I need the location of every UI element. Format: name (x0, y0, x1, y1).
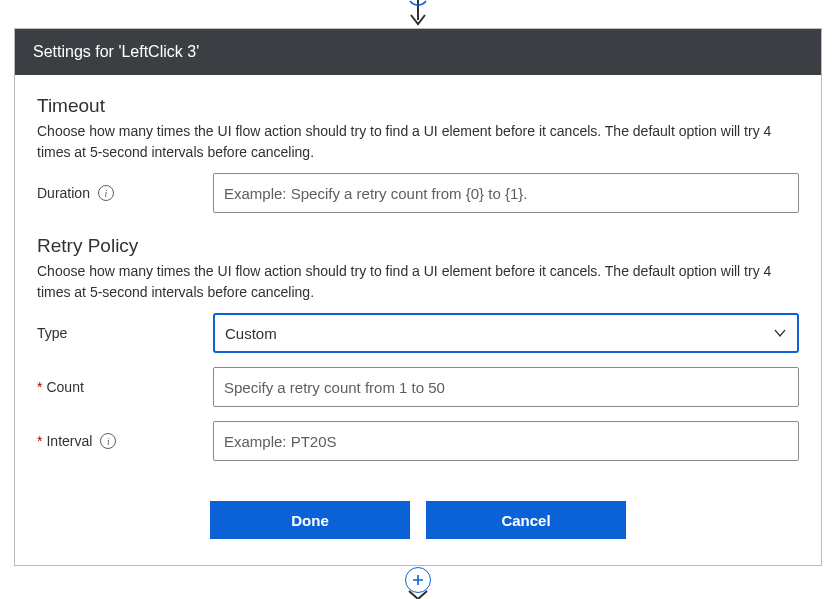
retry-section: Retry Policy Choose how many times the U… (37, 235, 799, 461)
info-icon[interactable]: i (98, 185, 114, 201)
interval-label: * Interval i (37, 433, 213, 449)
type-select[interactable]: Custom (213, 313, 799, 353)
duration-input[interactable] (213, 173, 799, 213)
done-button[interactable]: Done (210, 501, 410, 539)
interval-label-text: Interval (46, 433, 92, 449)
duration-label-text: Duration (37, 185, 90, 201)
info-icon[interactable]: i (100, 433, 116, 449)
retry-heading: Retry Policy (37, 235, 799, 257)
cancel-button[interactable]: Cancel (426, 501, 626, 539)
panel-header: Settings for 'LeftClick 3' (15, 29, 821, 75)
flow-arrow-bottom (403, 585, 433, 599)
type-select-value: Custom (225, 325, 277, 342)
required-mark: * (37, 379, 42, 395)
timeout-section: Timeout Choose how many times the UI flo… (37, 95, 799, 213)
timeout-heading: Timeout (37, 95, 799, 117)
count-label: * Count (37, 379, 213, 395)
panel-body: Timeout Choose how many times the UI flo… (15, 75, 821, 565)
timeout-description: Choose how many times the UI flow action… (37, 121, 799, 163)
count-input[interactable] (213, 367, 799, 407)
required-mark: * (37, 433, 42, 449)
panel-title: Settings for 'LeftClick 3' (33, 43, 199, 60)
interval-input[interactable] (213, 421, 799, 461)
button-row: Done Cancel (37, 501, 799, 539)
flow-arrow-top (403, 0, 433, 28)
type-label: Type (37, 325, 213, 341)
type-label-text: Type (37, 325, 67, 341)
retry-description: Choose how many times the UI flow action… (37, 261, 799, 303)
settings-panel: Settings for 'LeftClick 3' Timeout Choos… (14, 28, 822, 566)
duration-label: Duration i (37, 185, 213, 201)
chevron-down-icon (773, 326, 787, 340)
count-label-text: Count (46, 379, 83, 395)
